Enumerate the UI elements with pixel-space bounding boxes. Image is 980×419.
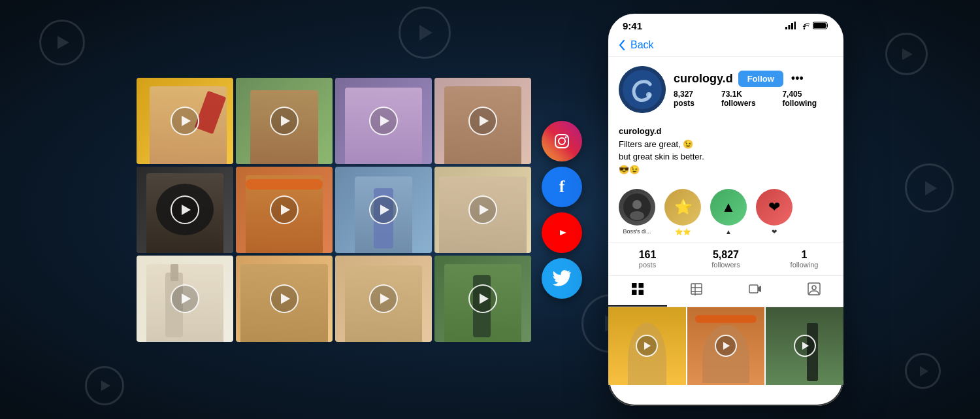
svg-rect-6 [791,23,793,29]
youtube-badge[interactable] [542,212,582,253]
bio-text: Filters are great, 😉 but great skin is b… [619,138,833,176]
more-button[interactable]: ••• [791,72,804,86]
svg-point-1 [559,138,565,144]
count-item-followers: 5,827 followers [687,243,765,275]
svg-rect-21 [691,284,702,294]
profile-section: curology.d Follow ••• 8,327 posts 73.1K … [608,57,843,126]
profile-stats: 8,327 posts 73.1K followers 7,405 follow… [674,90,833,108]
followers-stat: 73.1K followers [721,90,773,108]
preview-play-3[interactable] [794,335,816,357]
svg-point-27 [812,286,816,290]
svg-rect-5 [789,25,791,29]
svg-point-16 [630,211,644,220]
play-button-2[interactable] [270,107,299,135]
preview-cell-2[interactable] [687,307,765,385]
svg-rect-10 [813,23,826,28]
bio-line-1: Filters are great, 😉 [619,138,833,151]
grid-tab-icon [631,282,644,299]
battery-icon [813,22,829,29]
play-button-5[interactable] [171,195,199,224]
profile-avatar [619,66,666,113]
grid-cell-5[interactable] [137,167,233,253]
tab-grid[interactable] [608,276,667,307]
video-grid-section: f [137,78,582,342]
highlight-label-4: ❤ [772,228,777,235]
phone-nav: Back [608,35,843,57]
photo-tabs [608,276,843,307]
highlight-label-2: ⭐⭐ [675,228,691,235]
svg-point-8 [804,28,805,29]
facebook-badge[interactable]: f [542,167,582,207]
play-button-7[interactable] [369,195,398,224]
grid-cell-9[interactable] [137,256,233,342]
play-button-4[interactable] [468,107,497,135]
profile-header: curology.d Follow ••• 8,327 posts 73.1K … [619,66,833,113]
bg-play-icon-1 [39,20,85,65]
highlight-label-1: Boss's di... [623,228,651,235]
profile-counts: 161 posts 5,827 followers 1 following [608,243,843,276]
grid-cell-8[interactable] [434,167,531,253]
play-button-6[interactable] [270,195,299,224]
grid-cell-3[interactable] [335,78,432,164]
tab-profile[interactable] [785,276,843,307]
bg-play-icon-3 [85,366,124,405]
signal-icon [785,22,796,29]
play-button-9[interactable] [171,284,199,313]
video-tab-icon [749,282,762,299]
count-item-posts: 161 posts [608,243,687,275]
svg-rect-19 [632,290,637,295]
svg-point-2 [565,136,567,138]
twitter-badge[interactable] [542,258,582,299]
wifi-icon [799,22,809,29]
highlight-item-3[interactable]: ▲ ▲ [710,189,747,235]
posts-count: 161 [639,249,657,261]
grid-cell-12[interactable] [434,256,531,342]
grid-cell-4[interactable] [434,78,531,164]
preview-play-1[interactable] [636,335,658,357]
profile-display-name: curology.d [674,72,733,86]
play-button-8[interactable] [468,195,497,224]
svg-point-12 [623,70,662,109]
follow-button[interactable]: Follow [738,71,783,87]
bio-line-3: 😎😉 [619,163,833,176]
play-button-3[interactable] [369,107,398,135]
followers-count: 5,827 [713,249,739,261]
instagram-badge[interactable] [542,121,582,161]
highlight-item-2[interactable]: ⭐ ⭐⭐ [664,189,701,235]
grid-cell-7[interactable] [335,167,432,253]
play-button-1[interactable] [171,107,199,135]
status-bar: 9:41 [608,14,843,35]
status-icons [785,22,829,29]
play-button-12[interactable] [468,284,497,313]
video-grid [137,78,531,342]
social-icons-column: f [542,121,582,299]
tab-video[interactable] [726,276,785,307]
photo-grid-preview [608,307,843,385]
count-item-following: 1 following [765,243,843,275]
posts-count-label: posts [639,261,656,269]
status-time: 9:41 [623,20,642,31]
highlight-item-4[interactable]: ❤ ❤ [756,189,792,235]
profile-info: curology.d Follow ••• 8,327 posts 73.1K … [674,71,833,108]
grid-cell-10[interactable] [236,256,333,342]
bio-line-2: but great skin is better. [619,150,833,163]
posts-stat: 8,327 posts [674,90,712,108]
tab-list[interactable] [667,276,726,307]
svg-point-15 [632,200,642,209]
grid-cell-2[interactable] [236,78,333,164]
grid-cell-1[interactable] [137,78,233,164]
grid-cell-6[interactable] [236,167,333,253]
svg-rect-20 [639,290,644,295]
play-button-11[interactable] [369,284,398,313]
preview-cell-1[interactable] [608,307,686,385]
list-tab-icon [690,282,703,299]
play-button-10[interactable] [270,284,299,313]
following-count-label: following [791,261,819,269]
highlight-item-1[interactable]: Boss's di... [619,189,655,235]
svg-point-13 [646,92,651,97]
profile-bio: curology.d Filters are great, 😉 but grea… [608,126,843,183]
preview-play-2[interactable] [715,335,737,357]
grid-cell-11[interactable] [335,256,432,342]
preview-cell-3[interactable] [766,307,843,385]
back-button[interactable]: Back [619,39,654,51]
